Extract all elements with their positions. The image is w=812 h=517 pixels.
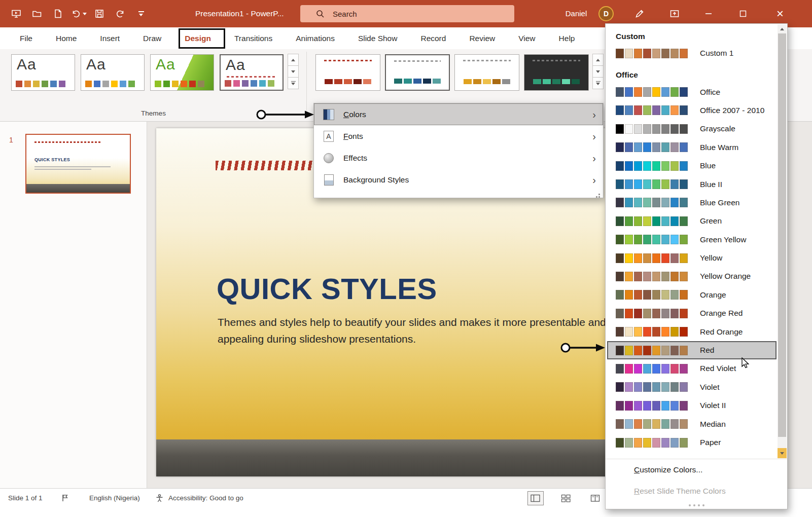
theme-colors-option-red[interactable]: Red bbox=[607, 341, 776, 359]
redo-button[interactable] bbox=[112, 6, 128, 22]
palette-strip bbox=[616, 253, 688, 263]
theme-colors-name: Office bbox=[700, 88, 720, 97]
theme-colors-option-office[interactable]: Office bbox=[607, 83, 776, 101]
account-name[interactable]: Daniel bbox=[560, 0, 592, 27]
tab-file[interactable]: File bbox=[8, 27, 44, 49]
theme-colors-name: Red Orange bbox=[700, 327, 743, 337]
variant-thumbnail[interactable] bbox=[385, 54, 450, 91]
gallery-more-button[interactable] bbox=[288, 77, 299, 89]
customize-qat-button[interactable] bbox=[133, 6, 149, 22]
theme-colors-option-red-violet[interactable]: Red Violet bbox=[607, 359, 776, 378]
menu-item-colors[interactable]: Colors› bbox=[314, 103, 603, 125]
themes-gallery-scroll bbox=[288, 54, 299, 89]
gallery-more-icon bbox=[596, 81, 601, 86]
theme-colors-option-blue-green[interactable]: Blue Green bbox=[607, 194, 776, 212]
slide-thumbnail[interactable]: QUICK STYLES bbox=[25, 134, 131, 194]
save-button[interactable] bbox=[91, 6, 108, 22]
theme-colors-option-yellow-orange[interactable]: Yellow Orange bbox=[607, 267, 776, 285]
scroll-up-button[interactable] bbox=[778, 24, 787, 33]
variant-thumbnail[interactable] bbox=[524, 54, 589, 91]
theme-colors-option-orange-red[interactable]: Orange Red bbox=[607, 304, 776, 322]
menu-resize-handle[interactable] bbox=[606, 502, 787, 509]
theme-color-strip bbox=[155, 81, 204, 87]
slide-counter[interactable]: Slide 1 of 1 bbox=[8, 489, 43, 508]
scrollbar-thumb[interactable] bbox=[778, 33, 786, 437]
normal-view-button[interactable] bbox=[527, 491, 544, 505]
theme-colors-option-yellow[interactable]: Yellow bbox=[607, 249, 776, 267]
theme-colors-name: Orange bbox=[700, 290, 726, 300]
menu-item-background-styles[interactable]: Background Styles› bbox=[314, 169, 603, 191]
customize-colors-button[interactable]: Customize Colors... bbox=[606, 459, 787, 481]
scroll-down-button[interactable] bbox=[778, 448, 787, 458]
search-placeholder: Search bbox=[333, 10, 357, 18]
language-indicator[interactable]: English (Nigeria) bbox=[89, 489, 140, 508]
tab-home[interactable]: Home bbox=[44, 27, 88, 49]
tab-design[interactable]: Design bbox=[173, 27, 223, 49]
theme-colors-name: Custom 1 bbox=[700, 49, 733, 58]
reading-view-button[interactable] bbox=[587, 491, 604, 505]
gallery-scroll-down-button[interactable] bbox=[288, 65, 299, 78]
theme-colors-option-blue[interactable]: Blue bbox=[607, 157, 776, 175]
theme-colors-option-violet-ii[interactable]: Violet II bbox=[607, 396, 776, 415]
theme-thumbnail[interactable]: Aa bbox=[150, 54, 214, 91]
variant-color-strip bbox=[394, 79, 441, 84]
slide-thumbnail-panel: 1 QUICK STYLES bbox=[0, 122, 147, 488]
variant-thumbnail[interactable] bbox=[454, 54, 519, 91]
theme-colors-option-median[interactable]: Median bbox=[607, 415, 776, 433]
variants-scroll-down-button[interactable] bbox=[592, 65, 604, 78]
accessibility-icon[interactable] bbox=[155, 494, 164, 505]
theme-colors-name: Red bbox=[700, 346, 714, 355]
menu-item-effects[interactable]: Effects› bbox=[314, 147, 603, 169]
chevron-up-icon bbox=[596, 59, 600, 61]
tab-insert[interactable]: Insert bbox=[88, 27, 131, 49]
thumbnail-text-line bbox=[34, 169, 91, 170]
variants-more-button[interactable] bbox=[592, 77, 604, 89]
theme-colors-option-red-orange[interactable]: Red Orange bbox=[607, 322, 776, 341]
slide-sorter-view-button[interactable] bbox=[558, 491, 574, 505]
tab-animations[interactable]: Animations bbox=[284, 27, 346, 49]
tab-slide-show[interactable]: Slide Show bbox=[346, 27, 409, 49]
open-file-button[interactable] bbox=[29, 6, 45, 22]
tab-transitions[interactable]: Transitions bbox=[223, 27, 284, 49]
theme-colors-option-blue-warm[interactable]: Blue Warm bbox=[607, 138, 776, 157]
theme-colors-option-green[interactable]: Green bbox=[607, 212, 776, 230]
theme-colors-option-paper[interactable]: Paper bbox=[607, 433, 776, 452]
search-input[interactable]: Search bbox=[300, 5, 514, 22]
tab-view[interactable]: View bbox=[507, 27, 547, 49]
avatar[interactable]: D bbox=[598, 6, 614, 21]
theme-thumbnail[interactable]: Aa bbox=[81, 54, 145, 91]
variants-scroll-up-button[interactable] bbox=[592, 54, 604, 66]
theme-colors-option-grayscale[interactable]: Grayscale bbox=[607, 120, 776, 138]
theme-colors-option-custom-1[interactable]: Custom 1 bbox=[607, 44, 776, 62]
undo-button[interactable] bbox=[70, 6, 87, 22]
tab-draw[interactable]: Draw bbox=[131, 27, 173, 49]
menu-item-fonts[interactable]: AFonts› bbox=[314, 125, 603, 147]
theme-thumbnail[interactable]: Aa bbox=[11, 54, 75, 91]
start-slideshow-button[interactable] bbox=[8, 6, 24, 22]
menu-resize-grip[interactable] bbox=[598, 194, 600, 195]
undo-dropdown-icon[interactable] bbox=[83, 13, 87, 15]
tab-help[interactable]: Help bbox=[547, 27, 587, 49]
slide-title-text[interactable]: QUICK STYLES bbox=[217, 272, 437, 306]
theme-thumbnail[interactable]: Aa bbox=[220, 54, 284, 91]
tab-record[interactable]: Record bbox=[409, 27, 457, 49]
theme-colors-option-violet[interactable]: Violet bbox=[607, 378, 776, 396]
theme-colors-option-green-yellow[interactable]: Green Yellow bbox=[607, 231, 776, 249]
variant-dash-decoration bbox=[394, 60, 441, 62]
slide-body-text[interactable]: Themes and styles help to beautify your … bbox=[218, 314, 621, 347]
proofing-flag-icon[interactable] bbox=[61, 494, 69, 504]
gallery-scroll-up-button[interactable] bbox=[288, 54, 299, 66]
open-folder-icon bbox=[32, 9, 42, 19]
theme-colors-option-blue-ii[interactable]: Blue II bbox=[607, 175, 776, 193]
new-file-button[interactable] bbox=[50, 6, 66, 22]
theme-color-strip bbox=[16, 81, 65, 87]
variant-thumbnail[interactable] bbox=[315, 54, 380, 91]
 bbox=[322, 108, 335, 121]
palette-strip bbox=[616, 401, 688, 411]
theme-colors-name: Blue II bbox=[700, 180, 722, 189]
tab-review[interactable]: Review bbox=[457, 27, 507, 49]
colors-scrollbar[interactable] bbox=[778, 24, 787, 458]
accessibility-status[interactable]: Accessibility: Good to go bbox=[168, 489, 243, 508]
theme-colors-option-orange[interactable]: Orange bbox=[607, 286, 776, 304]
theme-colors-option-office-2007-2010[interactable]: Office 2007 - 2010 bbox=[607, 101, 776, 120]
